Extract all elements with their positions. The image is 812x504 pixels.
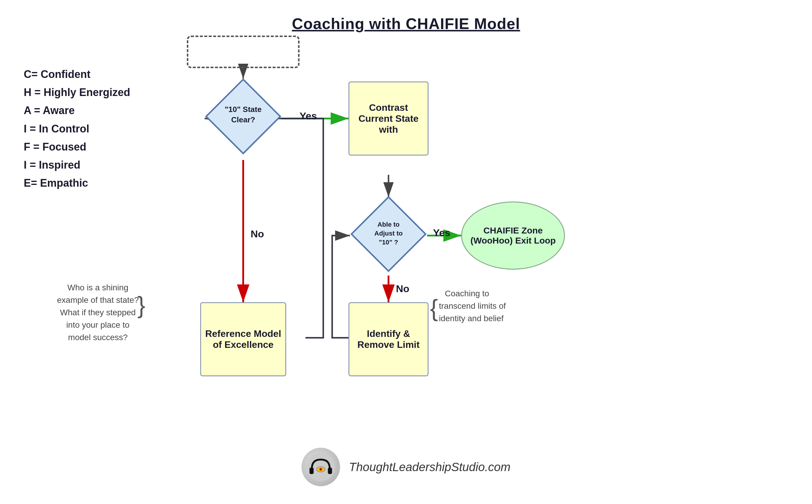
svg-text:"10" ?: "10" ? xyxy=(379,239,398,246)
box-reference-model: Reference Model of Excellence xyxy=(200,302,286,376)
box-identify-remove: Identify & Remove Limit xyxy=(349,302,429,376)
legend-item-e: E= Empathic xyxy=(24,174,130,192)
diamond-adjust: Able to Adjust to "10" ? xyxy=(350,196,427,273)
legend-item-h: H = Highly Energized xyxy=(24,83,130,101)
label-yes-2: Yes xyxy=(433,227,450,239)
ellipse-chaifie-zone: CHAIFIE Zone (WooHoo) Exit Loop xyxy=(461,201,565,270)
legend-item-c: C= Confident xyxy=(24,65,130,83)
svg-rect-18 xyxy=(328,468,332,474)
label-no-1: No xyxy=(251,228,264,240)
dashed-start-box xyxy=(187,36,300,68)
diamond-state-clear: "10" State Clear? xyxy=(205,78,282,155)
page-title: Coaching with CHAIFIE Model xyxy=(0,0,812,33)
logo-icon xyxy=(302,448,340,486)
right-brace-annotation: { Coaching to transcend limits of identi… xyxy=(439,287,522,325)
legend-item-i2: I = Inspired xyxy=(24,156,130,174)
logo-text: ThoughtLeadershipStudio.com xyxy=(349,460,511,474)
box-contrast-current-state: Contrast Current State with xyxy=(349,81,429,156)
svg-point-21 xyxy=(320,469,322,470)
legend-item-i1: I = In Control xyxy=(24,120,130,138)
svg-text:Able to: Able to xyxy=(378,221,400,228)
label-yes-1: Yes xyxy=(300,110,317,122)
label-no-2: No xyxy=(396,283,409,295)
legend: C= Confident H = Highly Energized A = Aw… xyxy=(24,65,130,192)
legend-item-a: A = Aware xyxy=(24,101,130,119)
logo-area: ThoughtLeadershipStudio.com xyxy=(302,448,511,486)
legend-item-f: F = Focused xyxy=(24,138,130,156)
svg-text:Clear?: Clear? xyxy=(231,115,255,124)
svg-text:Adjust to: Adjust to xyxy=(374,230,402,237)
left-brace-annotation: Who is a shining example of that state? … xyxy=(56,281,139,344)
svg-rect-17 xyxy=(310,468,314,474)
flowchart-area: "10" State Clear? Contrast Current State… xyxy=(148,30,771,474)
svg-text:"10"  State: "10" State xyxy=(225,105,262,114)
